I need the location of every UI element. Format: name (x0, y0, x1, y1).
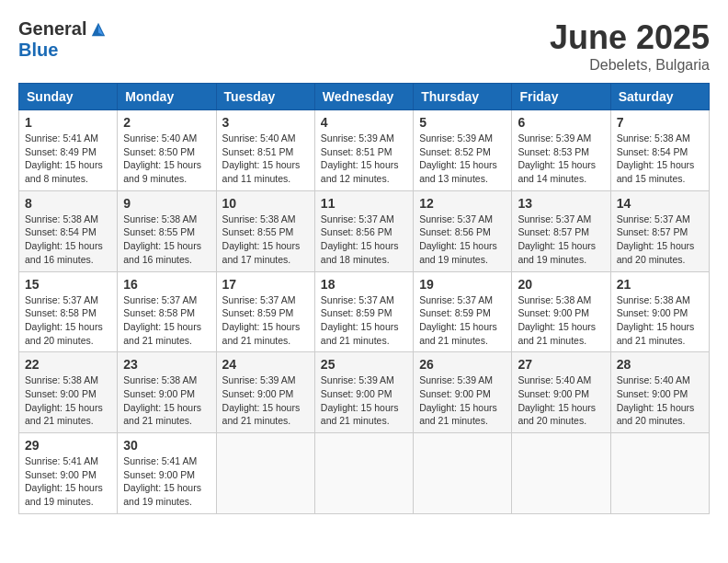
day-info: Sunrise: 5:37 AMSunset: 8:59 PMDaylight:… (419, 293, 506, 348)
day-info: Sunrise: 5:41 AMSunset: 9:00 PMDaylight:… (25, 454, 111, 509)
day-info: Sunrise: 5:37 AMSunset: 8:58 PMDaylight:… (123, 293, 210, 348)
day-info: Sunrise: 5:37 AMSunset: 8:56 PMDaylight:… (419, 213, 506, 267)
day-info: Sunrise: 5:37 AMSunset: 8:57 PMDaylight:… (617, 213, 703, 267)
logo-blue-text: Blue (18, 40, 58, 61)
list-item: 6 Sunrise: 5:39 AMSunset: 8:53 PMDayligh… (512, 110, 610, 191)
day-number: 27 (518, 357, 604, 372)
table-row: 1 Sunrise: 5:41 AMSunset: 8:49 PMDayligh… (19, 110, 710, 191)
day-info: Sunrise: 5:39 AMSunset: 8:51 PMDaylight:… (321, 132, 407, 186)
empty-cell (314, 433, 413, 514)
day-number: 25 (321, 357, 407, 372)
list-item: 8 Sunrise: 5:38 AMSunset: 8:54 PMDayligh… (19, 190, 118, 271)
empty-cell (610, 433, 709, 514)
header-thursday: Thursday (414, 84, 512, 110)
list-item: 21 Sunrise: 5:38 AMSunset: 9:00 PMDaylig… (610, 271, 709, 352)
day-info: Sunrise: 5:38 AMSunset: 9:00 PMDaylight:… (617, 293, 703, 348)
day-info: Sunrise: 5:38 AMSunset: 8:54 PMDaylight:… (25, 213, 111, 267)
table-row: 8 Sunrise: 5:38 AMSunset: 8:54 PMDayligh… (19, 190, 710, 271)
day-info: Sunrise: 5:37 AMSunset: 8:59 PMDaylight:… (321, 293, 407, 348)
list-item: 15 Sunrise: 5:37 AMSunset: 8:58 PMDaylig… (19, 271, 118, 352)
day-number: 26 (419, 357, 506, 372)
empty-cell (414, 433, 512, 514)
day-number: 22 (25, 357, 111, 372)
month-title: June 2025 (550, 18, 710, 57)
list-item: 29 Sunrise: 5:41 AMSunset: 9:00 PMDaylig… (19, 433, 118, 514)
header-tuesday: Tuesday (216, 84, 314, 110)
location-title: Debelets, Bulgaria (550, 57, 710, 74)
list-item: 19 Sunrise: 5:37 AMSunset: 8:59 PMDaylig… (414, 271, 512, 352)
day-info: Sunrise: 5:41 AMSunset: 8:49 PMDaylight:… (25, 132, 111, 186)
day-number: 14 (617, 196, 703, 211)
header-row: Sunday Monday Tuesday Wednesday Thursday… (19, 84, 710, 110)
list-item: 24 Sunrise: 5:39 AMSunset: 9:00 PMDaylig… (216, 352, 314, 433)
table-row: 22 Sunrise: 5:38 AMSunset: 9:00 PMDaylig… (19, 352, 710, 433)
list-item: 27 Sunrise: 5:40 AMSunset: 9:00 PMDaylig… (512, 352, 610, 433)
day-number: 15 (25, 277, 111, 292)
day-number: 20 (518, 277, 604, 292)
day-info: Sunrise: 5:41 AMSunset: 9:00 PMDaylight:… (123, 454, 210, 509)
day-number: 23 (123, 357, 210, 372)
day-number: 19 (419, 277, 506, 292)
table-row: 15 Sunrise: 5:37 AMSunset: 8:58 PMDaylig… (19, 271, 710, 352)
day-info: Sunrise: 5:37 AMSunset: 8:59 PMDaylight:… (222, 293, 309, 348)
list-item: 14 Sunrise: 5:37 AMSunset: 8:57 PMDaylig… (610, 190, 709, 271)
day-number: 18 (321, 277, 407, 292)
day-number: 5 (419, 115, 506, 130)
day-number: 3 (222, 115, 309, 130)
list-item: 3 Sunrise: 5:40 AMSunset: 8:51 PMDayligh… (216, 110, 314, 191)
header-friday: Friday (512, 84, 610, 110)
day-number: 30 (123, 438, 210, 453)
list-item: 4 Sunrise: 5:39 AMSunset: 8:51 PMDayligh… (314, 110, 413, 191)
list-item: 10 Sunrise: 5:38 AMSunset: 8:55 PMDaylig… (216, 190, 314, 271)
day-info: Sunrise: 5:39 AMSunset: 9:00 PMDaylight:… (321, 373, 407, 428)
header-wednesday: Wednesday (314, 84, 413, 110)
day-info: Sunrise: 5:40 AMSunset: 9:00 PMDaylight:… (518, 373, 604, 428)
day-number: 21 (617, 277, 703, 292)
day-number: 1 (25, 115, 111, 130)
day-number: 9 (123, 196, 210, 211)
day-info: Sunrise: 5:37 AMSunset: 8:56 PMDaylight:… (321, 213, 407, 267)
day-info: Sunrise: 5:39 AMSunset: 9:00 PMDaylight:… (222, 373, 309, 428)
list-item: 20 Sunrise: 5:38 AMSunset: 9:00 PMDaylig… (512, 271, 610, 352)
day-number: 28 (617, 357, 703, 372)
list-item: 1 Sunrise: 5:41 AMSunset: 8:49 PMDayligh… (19, 110, 118, 191)
header-sunday: Sunday (19, 84, 118, 110)
day-number: 12 (419, 196, 506, 211)
day-number: 7 (617, 115, 703, 130)
day-info: Sunrise: 5:39 AMSunset: 8:52 PMDaylight:… (419, 132, 506, 186)
day-number: 11 (321, 196, 407, 211)
day-number: 24 (222, 357, 309, 372)
day-info: Sunrise: 5:40 AMSunset: 8:51 PMDaylight:… (222, 132, 309, 186)
list-item: 22 Sunrise: 5:38 AMSunset: 9:00 PMDaylig… (19, 352, 118, 433)
day-info: Sunrise: 5:40 AMSunset: 8:50 PMDaylight:… (123, 132, 210, 186)
day-info: Sunrise: 5:38 AMSunset: 9:00 PMDaylight:… (25, 373, 111, 428)
day-number: 8 (25, 196, 111, 211)
day-number: 29 (25, 438, 111, 453)
day-info: Sunrise: 5:40 AMSunset: 9:00 PMDaylight:… (617, 373, 703, 428)
list-item: 11 Sunrise: 5:37 AMSunset: 8:56 PMDaylig… (314, 190, 413, 271)
header-saturday: Saturday (610, 84, 709, 110)
list-item: 12 Sunrise: 5:37 AMSunset: 8:56 PMDaylig… (414, 190, 512, 271)
logo-icon (90, 21, 107, 38)
logo: General Blue (18, 18, 107, 61)
list-item: 13 Sunrise: 5:37 AMSunset: 8:57 PMDaylig… (512, 190, 610, 271)
list-item: 5 Sunrise: 5:39 AMSunset: 8:52 PMDayligh… (414, 110, 512, 191)
list-item: 2 Sunrise: 5:40 AMSunset: 8:50 PMDayligh… (118, 110, 216, 191)
day-info: Sunrise: 5:37 AMSunset: 8:57 PMDaylight:… (518, 213, 604, 267)
day-info: Sunrise: 5:38 AMSunset: 8:55 PMDaylight:… (123, 213, 210, 267)
list-item: 26 Sunrise: 5:39 AMSunset: 9:00 PMDaylig… (414, 352, 512, 433)
day-number: 2 (123, 115, 210, 130)
list-item: 7 Sunrise: 5:38 AMSunset: 8:54 PMDayligh… (610, 110, 709, 191)
list-item: 23 Sunrise: 5:38 AMSunset: 9:00 PMDaylig… (118, 352, 216, 433)
day-info: Sunrise: 5:38 AMSunset: 9:00 PMDaylight:… (518, 293, 604, 348)
empty-cell (216, 433, 314, 514)
day-number: 13 (518, 196, 604, 211)
header-monday: Monday (118, 84, 216, 110)
list-item: 25 Sunrise: 5:39 AMSunset: 9:00 PMDaylig… (314, 352, 413, 433)
day-number: 10 (222, 196, 309, 211)
list-item: 18 Sunrise: 5:37 AMSunset: 8:59 PMDaylig… (314, 271, 413, 352)
day-info: Sunrise: 5:39 AMSunset: 8:53 PMDaylight:… (518, 132, 604, 186)
empty-cell (512, 433, 610, 514)
page-header: General Blue June 2025 Debelets, Bulgari… (18, 18, 710, 74)
day-info: Sunrise: 5:38 AMSunset: 9:00 PMDaylight:… (123, 373, 210, 428)
